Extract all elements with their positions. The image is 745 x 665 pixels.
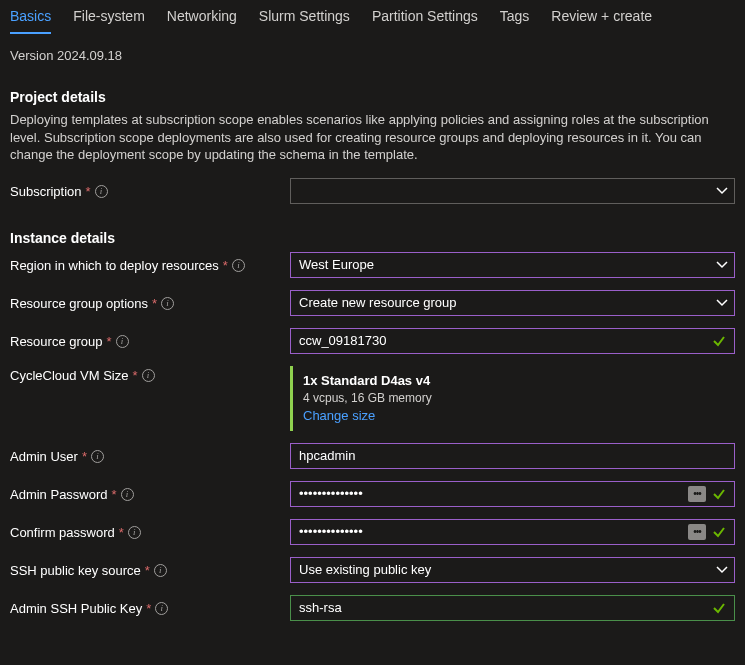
admin-user-input[interactable]: hpcadmin (290, 443, 735, 469)
rg-options-value: Create new resource group (299, 295, 457, 310)
info-icon[interactable]: i (95, 185, 108, 198)
change-size-link[interactable]: Change size (303, 407, 725, 425)
tab-slurm-settings[interactable]: Slurm Settings (259, 8, 350, 32)
chevron-down-icon (716, 297, 728, 309)
rg-options-select[interactable]: Create new resource group (290, 290, 735, 316)
admin-password-input[interactable]: •••••••••••••• ••• (290, 481, 735, 507)
info-icon[interactable]: i (116, 335, 129, 348)
chevron-down-icon (716, 259, 728, 271)
tab-partition-settings[interactable]: Partition Settings (372, 8, 478, 32)
rg-value: ccw_09181730 (299, 333, 386, 348)
tab-basics[interactable]: Basics (10, 8, 51, 34)
admin-user-value: hpcadmin (299, 448, 355, 463)
info-icon[interactable]: i (91, 450, 104, 463)
ssh-key-input[interactable]: ssh-rsa (290, 595, 735, 621)
instance-details-title: Instance details (10, 230, 735, 246)
ssh-source-label: SSH public key source (10, 563, 141, 578)
checkmark-icon (712, 601, 726, 615)
tab-tags[interactable]: Tags (500, 8, 530, 32)
tab-review-create[interactable]: Review + create (551, 8, 652, 32)
required-marker: * (82, 449, 87, 464)
subscription-select[interactable] (290, 178, 735, 204)
tab-filesystem[interactable]: File-system (73, 8, 145, 32)
info-icon[interactable]: i (155, 602, 168, 615)
ssh-key-value: ssh-rsa (299, 600, 342, 615)
rg-options-label: Resource group options (10, 296, 148, 311)
admin-password-value: •••••••••••••• (299, 486, 363, 501)
required-marker: * (152, 296, 157, 311)
required-marker: * (146, 601, 151, 616)
region-select[interactable]: West Europe (290, 252, 735, 278)
chevron-down-icon (716, 185, 728, 197)
ssh-key-label: Admin SSH Public Key (10, 601, 142, 616)
version-text: Version 2024.09.18 (10, 48, 735, 63)
required-marker: * (133, 368, 138, 383)
admin-user-label: Admin User (10, 449, 78, 464)
required-marker: * (223, 258, 228, 273)
region-label: Region in which to deploy resources (10, 258, 219, 273)
project-details-desc: Deploying templates at subscription scop… (10, 111, 735, 164)
required-marker: * (119, 525, 124, 540)
vmsize-sub: 4 vcpus, 16 GB memory (303, 390, 725, 407)
checkmark-icon (712, 334, 726, 348)
required-marker: * (112, 487, 117, 502)
ssh-source-value: Use existing public key (299, 562, 431, 577)
tab-networking[interactable]: Networking (167, 8, 237, 32)
vmsize-box: 1x Standard D4as v4 4 vcpus, 16 GB memor… (290, 366, 735, 431)
info-icon[interactable]: i (121, 488, 134, 501)
info-icon[interactable]: i (161, 297, 174, 310)
required-marker: * (86, 184, 91, 199)
rg-label: Resource group (10, 334, 103, 349)
info-icon[interactable]: i (232, 259, 245, 272)
checkmark-icon (712, 525, 726, 539)
confirm-password-value: •••••••••••••• (299, 524, 363, 539)
info-icon[interactable]: i (128, 526, 141, 539)
rg-input[interactable]: ccw_09181730 (290, 328, 735, 354)
vmsize-label: CycleCloud VM Size (10, 368, 129, 383)
region-value: West Europe (299, 257, 374, 272)
admin-password-label: Admin Password (10, 487, 108, 502)
required-marker: * (107, 334, 112, 349)
tab-bar: Basics File-system Networking Slurm Sett… (10, 0, 735, 34)
required-marker: * (145, 563, 150, 578)
password-reveal-icon[interactable]: ••• (688, 524, 706, 540)
project-details-title: Project details (10, 89, 735, 105)
chevron-down-icon (716, 564, 728, 576)
confirm-password-label: Confirm password (10, 525, 115, 540)
subscription-label: Subscription (10, 184, 82, 199)
ssh-source-select[interactable]: Use existing public key (290, 557, 735, 583)
confirm-password-input[interactable]: •••••••••••••• ••• (290, 519, 735, 545)
info-icon[interactable]: i (154, 564, 167, 577)
checkmark-icon (712, 487, 726, 501)
info-icon[interactable]: i (142, 369, 155, 382)
password-reveal-icon[interactable]: ••• (688, 486, 706, 502)
vmsize-title: 1x Standard D4as v4 (303, 372, 725, 390)
